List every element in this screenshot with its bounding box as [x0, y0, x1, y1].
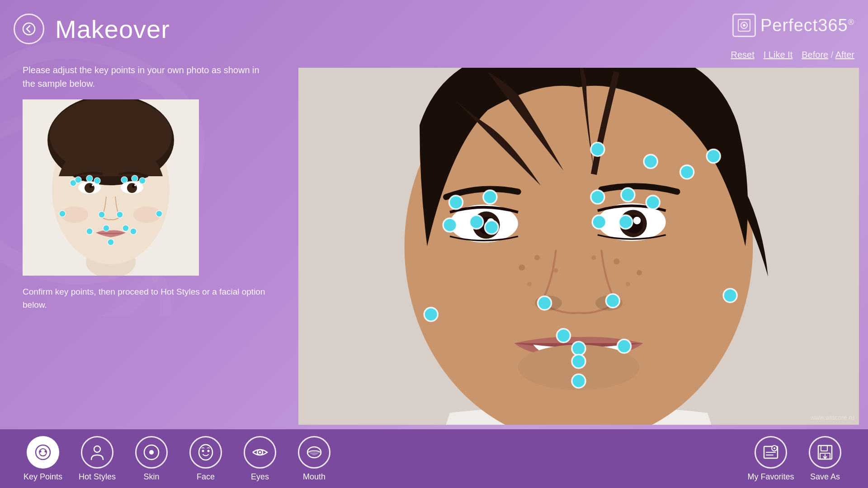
hot-styles-label: Hot Styles	[79, 472, 116, 482]
hot-styles-icon-container	[81, 436, 113, 469]
svg-point-68	[485, 221, 498, 234]
svg-point-45	[633, 217, 641, 225]
i-like-it-link[interactable]: I Like It	[764, 50, 793, 60]
svg-point-67	[470, 215, 483, 229]
svg-point-69	[592, 215, 606, 229]
svg-point-48	[519, 264, 525, 270]
toolbar-item-my-favorites[interactable]: My Favorites	[746, 436, 796, 482]
svg-point-76	[572, 342, 585, 355]
svg-point-26	[99, 211, 105, 218]
sample-photo	[23, 99, 199, 276]
face-label: Face	[197, 472, 215, 482]
svg-point-21	[86, 175, 93, 182]
watermark: www.wiscore.ru	[811, 414, 854, 421]
svg-point-15	[92, 184, 94, 186]
toolbar-item-eyes[interactable]: Eyes	[235, 436, 285, 482]
key-points-label: Key Points	[24, 472, 62, 482]
svg-point-87	[199, 445, 212, 460]
svg-point-62	[483, 190, 497, 204]
svg-point-59	[680, 165, 694, 179]
save-as-label: Save As	[810, 472, 840, 482]
svg-point-71	[538, 296, 552, 310]
before-link[interactable]: Before	[802, 50, 828, 60]
toolbar-item-mouth[interactable]: Mouth	[289, 436, 339, 482]
back-button[interactable]	[14, 14, 44, 44]
reset-link[interactable]: Reset	[731, 50, 755, 60]
svg-point-24	[132, 175, 138, 182]
svg-point-31	[103, 225, 109, 231]
toolbar-item-skin[interactable]: Skin	[127, 436, 176, 482]
svg-point-34	[108, 239, 114, 245]
svg-point-49	[534, 255, 540, 260]
eyes-label: Eyes	[251, 472, 269, 482]
svg-point-25	[139, 178, 146, 184]
toolbar-item-face[interactable]: Face	[181, 436, 231, 482]
skin-label: Skin	[143, 472, 159, 482]
svg-point-50	[554, 268, 558, 273]
svg-point-20	[75, 177, 81, 183]
main-photo-area[interactable]	[298, 68, 859, 425]
instruction-text: Please adjust the key points in your own…	[23, 63, 267, 90]
svg-point-86	[149, 450, 154, 455]
svg-point-83	[45, 450, 47, 452]
main-face-svg	[298, 68, 859, 425]
toolbar-item-key-points[interactable]: Key Points	[18, 436, 68, 482]
svg-point-88	[202, 450, 204, 452]
svg-point-65	[646, 196, 660, 209]
svg-point-60	[707, 150, 720, 163]
svg-point-28	[59, 211, 66, 217]
mouth-icon-container	[298, 436, 330, 469]
svg-point-64	[621, 188, 635, 202]
svg-point-54	[527, 282, 532, 286]
svg-point-61	[449, 196, 462, 209]
svg-point-91	[259, 451, 261, 453]
svg-point-32	[123, 225, 129, 231]
save-as-icon-container	[809, 436, 841, 469]
eyes-icon-container	[244, 436, 276, 469]
svg-point-53	[591, 255, 596, 260]
svg-point-70	[619, 215, 632, 229]
svg-point-66	[443, 218, 457, 232]
svg-point-30	[86, 228, 93, 235]
svg-point-89	[208, 450, 210, 452]
svg-point-77	[617, 339, 631, 353]
header: Makeover	[14, 14, 854, 44]
svg-point-82	[39, 450, 42, 452]
toolbar-right: My Favorites Save As	[746, 436, 850, 482]
svg-point-55	[626, 282, 630, 286]
svg-point-57	[591, 142, 604, 156]
after-link[interactable]: After	[835, 50, 854, 60]
toolbar-left: Key Points Hot Styles Skin	[18, 436, 339, 482]
left-panel: Please adjust the key points in your own…	[23, 63, 267, 311]
svg-point-33	[130, 228, 137, 235]
my-favorites-label: My Favorites	[747, 472, 794, 482]
svg-point-16	[134, 184, 136, 186]
svg-point-22	[94, 178, 100, 184]
toolbar-item-save-as[interactable]: Save As	[800, 436, 850, 482]
key-points-icon-container	[27, 436, 59, 469]
svg-point-3	[23, 23, 35, 35]
top-actions: Reset I Like It Before / After	[731, 50, 855, 60]
svg-point-84	[94, 446, 100, 452]
sample-face-svg	[23, 99, 199, 276]
svg-point-79	[572, 374, 585, 388]
svg-point-23	[121, 177, 127, 183]
bottom-toolbar: Key Points Hot Styles Skin	[0, 429, 868, 488]
svg-point-75	[557, 329, 570, 343]
sample-photo-container	[23, 99, 199, 276]
confirm-text: Confirm key points, then proceed to Hot …	[23, 286, 267, 311]
skin-icon-container	[135, 436, 168, 469]
svg-point-27	[117, 211, 123, 218]
svg-point-73	[723, 289, 737, 302]
svg-point-80	[36, 445, 50, 460]
svg-point-78	[572, 355, 585, 368]
svg-point-51	[613, 258, 619, 264]
face-icon-container	[189, 436, 222, 469]
mouth-label: Mouth	[303, 472, 326, 482]
svg-point-72	[606, 294, 619, 308]
toolbar-item-hot-styles[interactable]: Hot Styles	[72, 436, 122, 482]
svg-point-63	[591, 190, 604, 204]
svg-rect-98	[821, 446, 827, 451]
page-title: Makeover	[55, 14, 170, 44]
my-favorites-icon-container	[755, 436, 787, 469]
